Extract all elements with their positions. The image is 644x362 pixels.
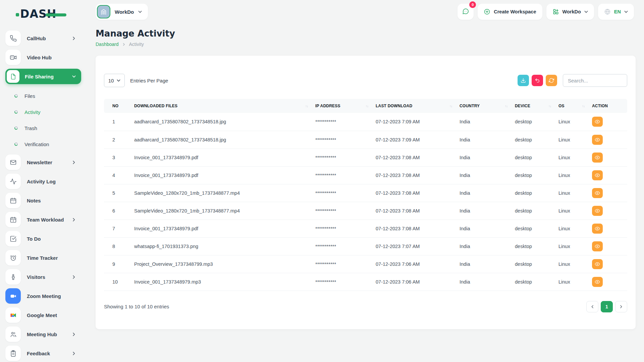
- eye-icon: [595, 226, 600, 231]
- sidebar-item-time-tracker[interactable]: Time Tracker: [5, 250, 81, 265]
- column-header-country[interactable]: COUNTRY: [460, 99, 515, 113]
- sidebar-item-notes[interactable]: Notes: [5, 193, 81, 208]
- sidebar-item-to-do[interactable]: To Do: [5, 231, 81, 246]
- view-button[interactable]: [592, 224, 603, 234]
- cell-os: Linux: [558, 131, 592, 148]
- table-header-row: NO DOWNLOADED FILES IP ADDRESS LAST DOWN…: [104, 99, 627, 113]
- sidebar-item-callhub[interactable]: CallHub: [5, 31, 81, 46]
- sidebar-subitem-label: Trash: [24, 125, 37, 131]
- export-download-button[interactable]: [518, 75, 529, 86]
- sidebar-subitem-verification[interactable]: Verification: [5, 136, 89, 152]
- cell-device: desktop: [515, 220, 558, 237]
- table-row: 6SampleVideo_1280x720_1mb_1737348877.mp4…: [104, 202, 627, 220]
- cell-device: desktop: [515, 202, 558, 220]
- messages-button[interactable]: 0: [458, 4, 474, 20]
- entries-summary: Showing 1 to 10 of 10 entries: [104, 304, 169, 309]
- sort-icon: [505, 104, 507, 108]
- sidebar-item-meeting-hub[interactable]: Meeting Hub: [5, 326, 81, 342]
- workspace-selector[interactable]: WorkDo: [96, 4, 148, 20]
- view-button[interactable]: [592, 241, 603, 251]
- cell-downloaded-file: whatsapp-fi_1701931373.png: [134, 237, 315, 255]
- sort-icon: [449, 104, 452, 108]
- search-input[interactable]: [563, 74, 627, 87]
- breadcrumb-dashboard-link[interactable]: Dashboard: [96, 42, 119, 47]
- language-selector[interactable]: EN: [598, 4, 634, 20]
- view-button[interactable]: [592, 259, 603, 269]
- google-meet-icon: [5, 307, 21, 323]
- sort-icon: [305, 104, 308, 108]
- create-workspace-button[interactable]: Create Workspace: [478, 4, 542, 20]
- view-button[interactable]: [592, 277, 603, 287]
- cell-country: India: [460, 220, 515, 237]
- page-1-button[interactable]: 1: [601, 301, 613, 312]
- sidebar-item-visitors[interactable]: Visitors: [5, 269, 81, 285]
- sidebar-subitem-activity[interactable]: Activity: [5, 104, 89, 120]
- column-header-last-download[interactable]: LAST DOWNLOAD: [376, 99, 460, 113]
- sidebar-item-activity-log[interactable]: Activity Log: [5, 174, 81, 189]
- next-page-button[interactable]: [615, 301, 627, 312]
- sidebar-item-team-workload[interactable]: Team Workload: [5, 212, 81, 227]
- cell-ip-address: ***********: [315, 255, 376, 273]
- sidebar-item-video-hub[interactable]: Video Hub: [5, 50, 81, 65]
- cell-downloaded-file: Invoice_001_1737348979.mp3: [134, 273, 315, 291]
- cell-action: [592, 113, 627, 131]
- calendar-check-icon: [5, 212, 21, 227]
- table-actions: [515, 74, 627, 87]
- sidebar-item-feedback[interactable]: Feedback: [5, 346, 81, 361]
- cell-action: [592, 131, 627, 148]
- cell-last-download: 07-12-2023 7:07 AM: [376, 237, 460, 255]
- view-button[interactable]: [592, 117, 603, 127]
- cell-os: Linux: [558, 202, 592, 220]
- refresh-icon: [549, 78, 554, 83]
- view-button[interactable]: [592, 188, 603, 198]
- cell-ip-address: ***********: [315, 220, 376, 237]
- zoom-icon: [5, 288, 21, 304]
- cell-downloaded-file: Project_Overview_1737348799.mp3: [134, 255, 315, 273]
- sidebar-subitem-trash[interactable]: Trash: [5, 120, 89, 136]
- column-header-device[interactable]: DEVICE: [515, 99, 558, 113]
- workspace-menu-button[interactable]: WorkDo: [546, 4, 594, 20]
- column-header-ip-address[interactable]: IP ADDRESS: [315, 99, 376, 113]
- cell-no: 7: [104, 220, 134, 237]
- table-row: 4Invoice_001_1737348979.pdf***********07…: [104, 166, 627, 184]
- table-row: 7Invoice_001_1737348979.pdf***********07…: [104, 220, 627, 237]
- refresh-button[interactable]: [546, 75, 557, 86]
- circle-bullet-icon: [14, 110, 18, 114]
- previous-page-button[interactable]: [586, 301, 598, 312]
- chat-bubble-icon: [462, 8, 469, 16]
- view-button[interactable]: [592, 135, 603, 145]
- building-icon: [97, 5, 110, 18]
- sidebar-item-file-sharing[interactable]: File Sharing: [5, 69, 81, 84]
- sidebar-item-newsletter[interactable]: Newsletter: [5, 155, 81, 170]
- table-row: 10Invoice_001_1737348979.mp3***********0…: [104, 273, 627, 291]
- column-header-os[interactable]: OS: [558, 99, 592, 113]
- page-title: Manage Activity: [96, 28, 636, 39]
- cell-no: 1: [104, 113, 134, 131]
- view-button[interactable]: [592, 153, 603, 163]
- sidebar-item-zoom-meeting[interactable]: Zoom Meeting: [5, 288, 81, 304]
- globe-icon: [604, 8, 611, 15]
- workspace-name: WorkDo: [115, 9, 134, 15]
- cell-last-download: 07-12-2023 7:08 AM: [376, 184, 460, 202]
- column-header-downloaded-files[interactable]: DOWNLOADED FILES: [134, 99, 315, 113]
- table-row: 1aadharcard_1735807802_1737348518.jpg***…: [104, 113, 627, 131]
- cell-country: India: [460, 184, 515, 202]
- alarm-clock-icon: [5, 250, 21, 265]
- table-footer: Showing 1 to 10 of 10 entries 1: [104, 301, 627, 312]
- sidebar-item-label: Newsletter: [27, 160, 72, 165]
- sidebar-item-label: Google Meet: [27, 312, 76, 318]
- view-button[interactable]: [592, 170, 603, 180]
- sidebar-item-label: Notes: [27, 198, 76, 203]
- create-workspace-label: Create Workspace: [494, 9, 536, 14]
- sidebar-subitem-files[interactable]: Files: [5, 88, 89, 104]
- cell-last-download: 07-12-2023 7:08 AM: [376, 220, 460, 237]
- view-button[interactable]: [592, 206, 603, 216]
- undo-button[interactable]: [532, 75, 543, 86]
- sidebar-item-google-meet[interactable]: Google Meet: [5, 307, 81, 323]
- entries-per-page-select[interactable]: 10: [104, 74, 125, 87]
- chevron-down-icon: [72, 75, 76, 78]
- app-logo[interactable]: DASH: [20, 7, 56, 20]
- chevron-right-icon: [72, 218, 76, 222]
- table-controls: 10 Entries Per Page: [104, 74, 627, 87]
- cell-ip-address: ***********: [315, 237, 376, 255]
